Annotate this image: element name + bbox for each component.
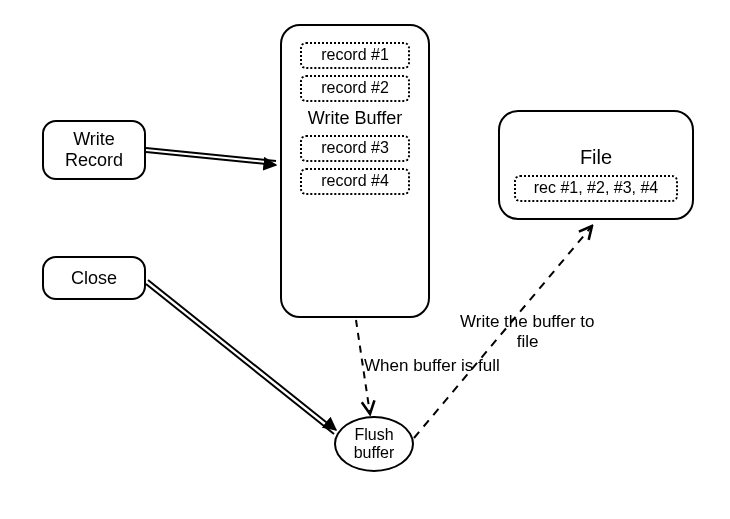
flush-buffer-node: Flush buffer: [334, 416, 414, 472]
write-buffer-title: Write Buffer: [292, 108, 418, 129]
arrow-write-to-buffer: [146, 148, 276, 165]
write-record-label: Write Record: [50, 129, 138, 170]
buffer-record: record #3: [300, 135, 410, 162]
buffer-record: record #1: [300, 42, 410, 69]
write-buffer-node: record #1 record #2 Write Buffer record …: [280, 24, 430, 318]
flush-buffer-label: Flush buffer: [336, 426, 412, 461]
svg-line-1: [146, 152, 276, 165]
file-records: rec #1, #2, #3, #4: [514, 175, 678, 202]
close-label: Close: [71, 268, 117, 289]
svg-line-0: [146, 148, 276, 161]
buffer-record: record #4: [300, 168, 410, 195]
annotation-write-file: Write the buffer to file: [460, 312, 595, 351]
annotation-buffer-full: When buffer is full: [364, 356, 500, 376]
buffer-record: record #2: [300, 75, 410, 102]
file-title: File: [506, 146, 686, 169]
file-node: File rec #1, #2, #3, #4: [498, 110, 694, 220]
close-node: Close: [42, 256, 146, 300]
write-record-node: Write Record: [42, 120, 146, 180]
